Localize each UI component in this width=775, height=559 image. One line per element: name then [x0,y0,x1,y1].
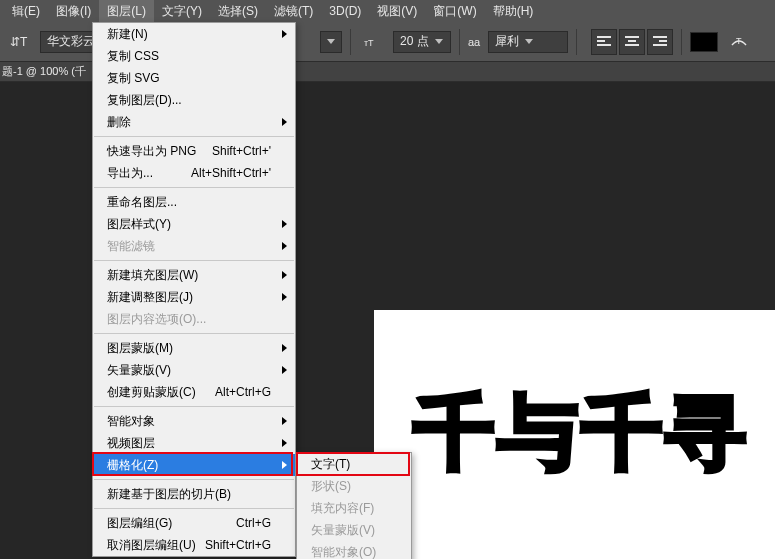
menu-item[interactable]: 重命名图层... [93,191,295,213]
font-style-dropdown[interactable] [320,31,342,53]
separator [681,29,682,55]
menu-select[interactable]: 选择(S) [210,0,266,23]
layer-menu: 新建(N)复制 CSS复制 SVG复制图层(D)...删除快速导出为 PNGSh… [92,22,296,557]
rasterize-submenu: 文字(T)形状(S)填充内容(F)矢量蒙版(V)智能对象(O) [296,452,412,559]
font-family-value: 华文彩云 [47,33,95,50]
antialias-label: aa [468,36,480,48]
font-size-dropdown[interactable]: 20 点 [393,31,451,53]
menu-item-shortcut: Alt+Shift+Ctrl+' [191,166,271,180]
menu-item-label: 填充内容(F) [311,500,374,517]
document-tab-title: 题-1 @ 100% (千 [2,64,86,79]
menu-layer[interactable]: 图层(L) [99,0,154,23]
submenu-arrow-icon [282,242,287,250]
submenu-arrow-icon [282,30,287,38]
svg-text:⇵T: ⇵T [10,35,28,49]
align-left-button[interactable] [591,29,617,55]
menu-item-label: 矢量蒙版(V) [311,522,375,539]
align-right-button[interactable] [647,29,673,55]
svg-text:тT: тT [364,38,374,48]
menu-filter[interactable]: 滤镜(T) [266,0,321,23]
text-align-group [591,29,673,55]
menu-item-label: 新建调整图层(J) [107,289,193,306]
submenu-arrow-icon [282,293,287,301]
separator [576,29,577,55]
menu-item: 图层内容选项(O)... [93,308,295,330]
menu-item-label: 栅格化(Z) [107,457,158,474]
menu-item[interactable]: 图层样式(Y) [93,213,295,235]
menu-item-shortcut: Alt+Ctrl+G [215,385,271,399]
warp-text-icon[interactable]: T [726,29,752,55]
menu-item[interactable]: 新建(N) [93,23,295,45]
menu-item-label: 删除 [107,114,131,131]
menu-item[interactable]: 导出为...Alt+Shift+Ctrl+' [93,162,295,184]
menu-item-label: 智能对象 [107,413,155,430]
menu-type[interactable]: 文字(Y) [154,0,210,23]
menu-item-label: 取消图层编组(U) [107,537,196,554]
canvas-text: 千与千寻 [414,380,750,488]
menu-edit[interactable]: 辑(E) [4,0,48,23]
menu-item-label: 视频图层 [107,435,155,452]
menu-item: 矢量蒙版(V) [297,519,411,541]
antialias-dropdown[interactable]: 犀利 [488,31,568,53]
submenu-arrow-icon [282,271,287,279]
canvas[interactable]: 千与千寻 [374,310,775,559]
menu-item[interactable]: 创建剪贴蒙版(C)Alt+Ctrl+G [93,381,295,403]
menu-item[interactable]: 快速导出为 PNGShift+Ctrl+' [93,140,295,162]
menu-item-label: 图层编组(G) [107,515,172,532]
menu-item-label: 创建剪贴蒙版(C) [107,384,196,401]
menu-item-label: 图层蒙版(M) [107,340,173,357]
submenu-arrow-icon [282,220,287,228]
separator [459,29,460,55]
submenu-arrow-icon [282,417,287,425]
menu-item-label: 快速导出为 PNG [107,143,196,160]
menu-item[interactable]: 文字(T) [297,453,411,475]
font-size-value: 20 点 [400,33,429,50]
menu-item-shortcut: Ctrl+G [236,516,271,530]
menu-item[interactable]: 新建填充图层(W) [93,264,295,286]
menu-item[interactable]: 矢量蒙版(V) [93,359,295,381]
menu-view[interactable]: 视图(V) [369,0,425,23]
menu-item[interactable]: 复制 SVG [93,67,295,89]
menu-item: 智能滤镜 [93,235,295,257]
menu-item[interactable]: 删除 [93,111,295,133]
menu-item-shortcut: Shift+Ctrl+' [212,144,271,158]
text-orientation-icon[interactable]: ⇵T [6,29,32,55]
menu-item-label: 图层样式(Y) [107,216,171,233]
menu-item-label: 导出为... [107,165,153,182]
menu-item[interactable]: 视频图层 [93,432,295,454]
menu-item-label: 形状(S) [311,478,351,495]
menu-item-label: 图层内容选项(O)... [107,311,206,328]
menu-item-shortcut: Shift+Ctrl+G [205,538,271,552]
text-color-swatch[interactable] [690,32,718,52]
svg-text:T: T [736,36,742,46]
menu-item: 智能对象(O) [297,541,411,559]
align-center-button[interactable] [619,29,645,55]
menu-window[interactable]: 窗口(W) [425,0,484,23]
submenu-arrow-icon [282,366,287,374]
menu-item: 填充内容(F) [297,497,411,519]
menu-item: 形状(S) [297,475,411,497]
menu-item[interactable]: 复制图层(D)... [93,89,295,111]
menu-item-label: 复制 SVG [107,70,160,87]
menu-item[interactable]: 智能对象 [93,410,295,432]
menu-help[interactable]: 帮助(H) [485,0,542,23]
menu-item-label: 新建填充图层(W) [107,267,198,284]
menu-item-label: 重命名图层... [107,194,177,211]
menu-item-label: 新建(N) [107,26,148,43]
menu-item[interactable]: 图层编组(G)Ctrl+G [93,512,295,534]
submenu-arrow-icon [282,461,287,469]
menu-item-label: 复制 CSS [107,48,159,65]
menu-item-label: 复制图层(D)... [107,92,182,109]
menu-3d[interactable]: 3D(D) [321,1,369,21]
menu-item[interactable]: 图层蒙版(M) [93,337,295,359]
menu-item[interactable]: 取消图层编组(U)Shift+Ctrl+G [93,534,295,556]
menu-item[interactable]: 新建基于图层的切片(B) [93,483,295,505]
antialias-value: 犀利 [495,33,519,50]
menu-item[interactable]: 复制 CSS [93,45,295,67]
menu-item[interactable]: 栅格化(Z) [93,454,295,476]
menu-item[interactable]: 新建调整图层(J) [93,286,295,308]
menu-image[interactable]: 图像(I) [48,0,99,23]
menu-item-label: 文字(T) [311,456,350,473]
menu-item-label: 智能滤镜 [107,238,155,255]
menu-item-label: 智能对象(O) [311,544,376,560]
